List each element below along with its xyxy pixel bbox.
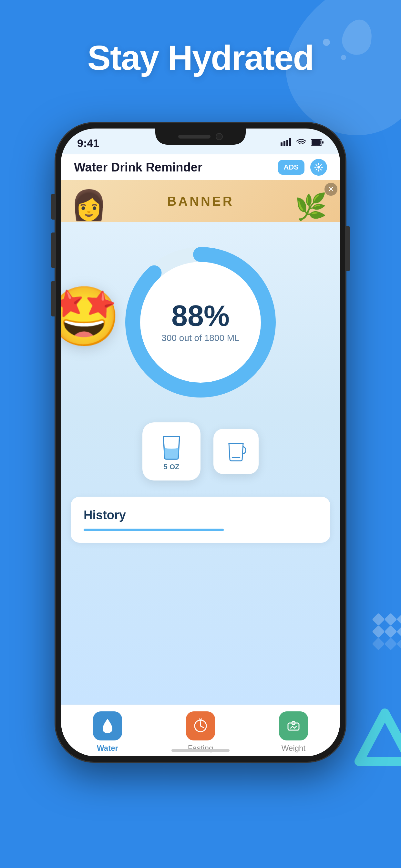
banner-ad[interactable]: 👩 BANNER 🌿 ✕ [61,180,340,222]
custom-cup-icon [226,440,246,463]
clock-icon [192,717,209,735]
phone-mockup: 9:41 Water Drink Reminder AD [55,123,346,801]
main-content: 🤩 [61,222,340,705]
volume-up-button [51,232,55,268]
app-header: Water Drink Reminder ADS [61,154,340,180]
secondary-cup-button[interactable] [213,429,258,474]
main-cup-button[interactable]: 5 OZ [143,423,201,480]
banner-figure: 👩 [71,188,107,222]
svg-rect-7 [322,141,323,144]
progress-center: 88% 300 out of 1800 ML [161,301,239,343]
svg-line-27 [201,726,204,727]
weight-tab-label: Weight [281,744,305,753]
cup-buttons-row: 5 OZ [61,423,340,480]
mute-button [51,194,55,220]
settings-button[interactable] [310,159,327,176]
tab-bar: Water Fasting [61,705,340,756]
status-time: 9:41 [77,137,99,150]
speaker [178,135,211,138]
home-indicator [172,749,229,752]
progress-detail: 300 out of 1800 ML [161,333,239,343]
wifi-icon [296,138,306,148]
weight-tab-icon-wrap [279,711,308,740]
svg-rect-6 [312,140,320,145]
progress-percent: 88% [161,301,239,330]
history-bar [84,529,224,531]
header-buttons: ADS [278,159,327,176]
svg-line-34 [295,726,297,728]
app-title: Water Drink Reminder [74,160,203,175]
phone-notch [155,128,246,145]
svg-rect-2 [283,141,285,146]
fasting-tab-icon-wrap [186,711,215,740]
svg-rect-4 [289,138,291,146]
ads-button[interactable]: ADS [278,160,305,175]
banner-plant: 🌿 [295,192,327,222]
history-title: History [84,508,317,522]
water-cup-svg [160,432,183,461]
triangle-logo [352,707,401,771]
page-headline: Stay Hydrated [26,39,375,77]
banner-close-button[interactable]: ✕ [325,183,337,196]
battery-icon [311,139,324,147]
water-tab-label: Water [97,744,118,753]
status-icons [281,138,324,149]
tab-weight[interactable]: Weight [274,711,313,753]
weight-icon [285,717,302,735]
svg-rect-30 [288,723,299,730]
history-section: History [71,497,330,543]
signal-icon [281,138,291,149]
water-tab-icon-wrap [93,711,122,740]
tab-water[interactable]: Water [88,711,127,753]
tab-fasting[interactable]: Fasting [181,711,220,753]
banner-text: BANNER [167,194,234,209]
svg-marker-0 [359,713,401,762]
front-camera [216,133,223,140]
mood-emoji: 🤩 [61,287,121,345]
svg-rect-1 [281,143,282,146]
svg-line-32 [290,726,292,728]
svg-point-8 [317,166,320,168]
svg-line-33 [292,726,295,728]
power-button [346,226,350,271]
cup-oz-label: 5 OZ [164,463,180,471]
volume-down-button [51,281,55,316]
progress-section: 🤩 [61,242,340,403]
diamond-decorations [374,615,401,648]
water-drop-icon [99,717,116,735]
svg-rect-3 [286,140,288,146]
